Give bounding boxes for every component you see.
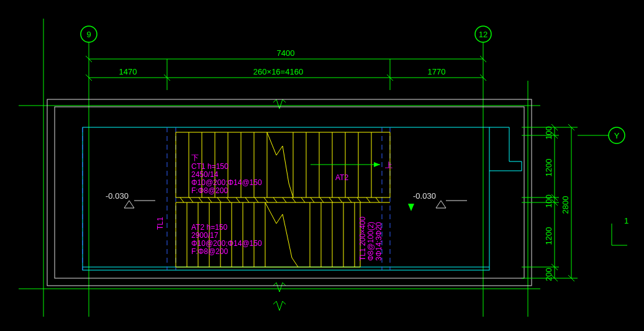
svg-line-34 xyxy=(264,197,268,202)
svg-line-44 xyxy=(357,197,361,202)
up-marker: 上 xyxy=(385,161,392,170)
grid-bubble-side-text: Y xyxy=(614,131,620,140)
grid-bubble-side: Y xyxy=(578,127,625,143)
anno-lower-flight: AT2 h=150 2900/17 Φ10@200;Φ14@150 F:Φ8@2… xyxy=(191,223,262,256)
ct1-slope: 2450/14 xyxy=(191,170,219,179)
dim-h-2: 100 xyxy=(544,194,553,208)
beam-stirrup: Φ8@100(2) xyxy=(366,222,375,261)
svg-line-29 xyxy=(217,197,221,202)
svg-line-31 xyxy=(236,197,240,202)
ct1-dist: Φ14@150 xyxy=(227,178,261,187)
svg-text:CT1 h=150: CT1 h=150 xyxy=(191,162,229,171)
at2-name: AT2 xyxy=(191,223,204,232)
grid-bubble-right: 12 xyxy=(475,26,491,84)
down-marker: 下 xyxy=(191,153,199,162)
ct1-name: CT1 xyxy=(191,162,206,171)
anno-beam: TL1 200×400 Φ8@100(2) 3Φ14;3Φ20 xyxy=(358,217,383,261)
at2-label: AT2 xyxy=(335,173,348,182)
beam-size: 200×400 xyxy=(358,217,367,246)
at2-dist: Φ14@150 xyxy=(227,239,261,248)
dim-h-1: 1200 xyxy=(544,159,553,177)
svg-line-33 xyxy=(255,197,258,202)
mid-landing xyxy=(176,197,390,202)
svg-line-40 xyxy=(320,197,324,202)
ct1-main: Φ10@200 xyxy=(191,178,225,187)
section-mark: 1 xyxy=(612,216,628,245)
svg-text:Φ10@200;Φ14@150: Φ10@200;Φ14@150 xyxy=(191,178,262,187)
beam-name: TL1 xyxy=(358,248,367,261)
dim-total-width: 7400 xyxy=(86,48,486,62)
dim-h-4: 200 xyxy=(544,268,553,281)
svg-line-35 xyxy=(273,197,277,202)
svg-line-28 xyxy=(208,197,212,202)
dim-h-0: 100 xyxy=(544,126,553,140)
dim-seg-0: 1470 xyxy=(119,67,137,76)
at2-foot: F:Φ8@200 xyxy=(191,247,228,256)
svg-line-27 xyxy=(199,197,202,202)
section-mark-label: 1 xyxy=(624,216,628,225)
dim-h-total: 2800 xyxy=(561,196,570,214)
dim-h-3: 1200 xyxy=(544,227,553,245)
svg-line-32 xyxy=(245,197,249,202)
svg-line-43 xyxy=(348,197,351,202)
svg-line-30 xyxy=(227,197,230,202)
dim-width-segments: 1470 260×16=4160 1770 xyxy=(86,59,486,90)
svg-line-26 xyxy=(189,197,193,202)
elev-right: -0.030 xyxy=(413,191,467,208)
svg-line-25 xyxy=(180,197,184,202)
svg-line-41 xyxy=(329,197,333,202)
dim-seg-1: 260×16=4160 xyxy=(253,67,303,76)
svg-line-45 xyxy=(366,197,370,202)
at2-main: Φ10@200 xyxy=(191,239,225,248)
at2-slope: 2900/17 xyxy=(191,231,219,240)
grid-bubble-left-text: 9 xyxy=(86,30,91,39)
svg-line-42 xyxy=(338,197,342,202)
svg-line-37 xyxy=(292,197,296,202)
break-mark-top xyxy=(273,99,286,109)
hidden-lines xyxy=(83,127,390,270)
anno-upper-flight: 下 CT1 h=150 2450/14 Φ10@200;Φ14@150 F:Φ8… xyxy=(191,153,392,195)
svg-text:TL1 200×400: TL1 200×400 xyxy=(358,217,367,261)
svg-line-39 xyxy=(311,197,314,202)
elev-left: -0.030 xyxy=(106,191,414,211)
svg-text:Φ10@200;Φ14@150: Φ10@200;Φ14@150 xyxy=(191,239,262,248)
ct1-h: 150 xyxy=(216,162,229,171)
break-mark-bot xyxy=(273,283,286,292)
svg-text:AT2 h=150: AT2 h=150 xyxy=(191,223,227,232)
elev-right-value: -0.030 xyxy=(413,191,436,201)
svg-line-36 xyxy=(283,197,286,202)
side-label: TL1 xyxy=(156,217,165,230)
elev-left-value: -0.030 xyxy=(106,191,129,201)
beam-bars: 3Φ14;3Φ20 xyxy=(374,222,383,261)
dim-seg-2: 1770 xyxy=(428,67,446,76)
ct1-foot: F:Φ8@200 xyxy=(191,186,228,195)
dim-height-segments: 100 1200 100 1200 200 2800 xyxy=(522,124,578,281)
at2-h: 150 xyxy=(215,223,227,232)
grid-bubble-left: 9 xyxy=(81,26,97,84)
svg-line-38 xyxy=(301,197,305,202)
grid-bubble-right-text: 12 xyxy=(479,30,488,39)
dim-total-width-value: 7400 xyxy=(277,48,295,58)
break-mark-bot2 xyxy=(273,301,286,311)
svg-line-46 xyxy=(376,197,379,202)
